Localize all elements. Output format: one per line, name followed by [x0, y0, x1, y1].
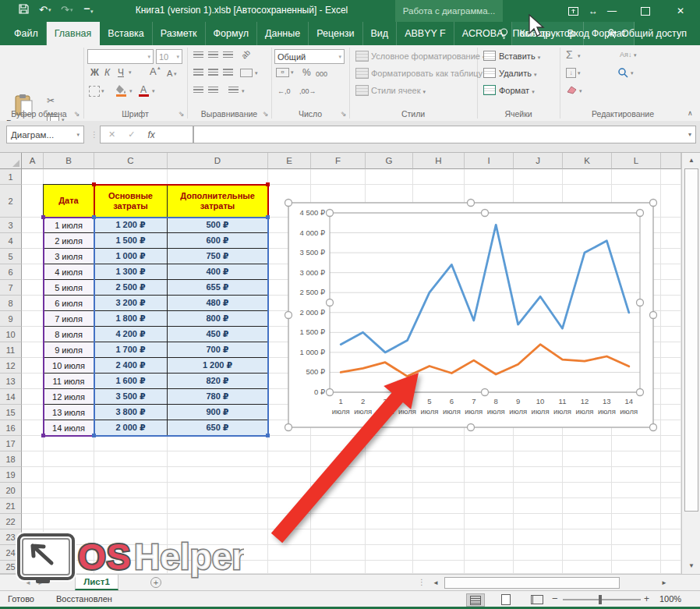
orientation-button[interactable]: ab	[239, 48, 253, 62]
column-header-F[interactable]: F	[311, 153, 366, 169]
sign-in-button[interactable]: Вход	[559, 22, 598, 45]
cell-extra-row14[interactable]: 650 ₽	[168, 420, 268, 436]
formula-input[interactable]: ▾	[193, 126, 696, 143]
row-header-14[interactable]: 14	[0, 389, 22, 405]
alignment-dialog-launcher[interactable]: ⇘	[263, 110, 269, 118]
tab-вставка[interactable]: Вставка	[100, 22, 152, 45]
enter-icon[interactable]: ✓	[128, 129, 135, 140]
autosum-button[interactable]: Σ	[566, 49, 573, 60]
cell-date-row8[interactable]: 8 июля	[44, 327, 94, 342]
tabbar-splitter[interactable]: ⋮	[418, 578, 426, 586]
sheet-nav-right-arrow[interactable]: ►	[36, 579, 45, 586]
align-right-button[interactable]	[223, 69, 233, 76]
italic-button[interactable]: К	[104, 67, 110, 78]
column-header-C[interactable]: C	[94, 153, 168, 169]
cancel-icon[interactable]: ✕	[108, 129, 115, 140]
cell-date-row11[interactable]: 11 июля	[44, 374, 94, 389]
cell-main-row2[interactable]: 1 500 ₽	[94, 233, 168, 249]
fill-color-button[interactable]	[115, 84, 128, 97]
range-series-names-handle[interactable]	[92, 182, 96, 186]
cell-extra-row13[interactable]: 900 ₽	[168, 405, 268, 420]
row-header-25[interactable]: 25	[0, 561, 22, 574]
chart-area-selection-handle[interactable]	[285, 312, 292, 319]
column-header-J[interactable]: J	[514, 153, 563, 169]
row-header-7[interactable]: 7	[0, 280, 22, 296]
expand-formula-bar-arrow[interactable]: ▾	[688, 131, 691, 138]
cell-main-row8[interactable]: 4 200 ₽	[94, 327, 168, 342]
row-header-5[interactable]: 5	[0, 249, 22, 264]
cell-extra-row2[interactable]: 600 ₽	[168, 233, 268, 249]
row-header-2[interactable]: 2	[0, 185, 22, 218]
row-header-12[interactable]: 12	[0, 358, 22, 374]
cell-extra-row9[interactable]: 700 ₽	[168, 342, 268, 358]
wrap-text-button[interactable]	[228, 87, 239, 94]
vertical-scrollbar[interactable]: ▲ ▼	[681, 153, 700, 574]
row-header-9[interactable]: 9	[0, 311, 22, 327]
find-dropdown-arrow[interactable]: ▾	[631, 70, 634, 76]
column-header-H[interactable]: H	[413, 153, 465, 169]
cell-date-row13[interactable]: 13 июля	[44, 405, 94, 420]
sort-filter-button[interactable]: Ая↓ ▾	[620, 51, 636, 58]
tab-разметк[interactable]: Разметк	[153, 22, 206, 45]
row-header-17[interactable]: 17	[0, 436, 22, 451]
cell-main-row13[interactable]: 3 800 ₽	[94, 405, 168, 420]
cell-date-row14[interactable]: 14 июля	[44, 420, 94, 436]
cell-main-row7[interactable]: 1 800 ₽	[94, 311, 168, 327]
plot-area-selection-handle[interactable]	[327, 299, 334, 306]
cell-extra-row3[interactable]: 750 ₽	[168, 249, 268, 264]
row-header-22[interactable]: 22	[0, 514, 22, 529]
zoom-level[interactable]: 100%	[659, 594, 694, 604]
decrease-decimal-button[interactable]: ,00→	[299, 86, 316, 97]
cell-main-row5[interactable]: 2 500 ₽	[94, 280, 168, 296]
plot-area-selection-handle[interactable]	[482, 389, 489, 396]
range-values-handle[interactable]	[266, 215, 270, 219]
cell-styles-button[interactable]: Стили ячеек ▾	[371, 86, 426, 95]
underline-dropdown-arrow[interactable]: ▾	[129, 69, 132, 76]
hscroll-left-arrow[interactable]: ◄	[430, 577, 441, 589]
tab-главная[interactable]: Главная	[47, 22, 101, 45]
collapse-ribbon-button[interactable]: ∧	[688, 109, 693, 117]
cell-main-row4[interactable]: 1 300 ₽	[94, 264, 168, 280]
format-as-table-button[interactable]: Форматировать как таблицу ▾	[371, 69, 488, 78]
row-header-8[interactable]: 8	[0, 296, 22, 311]
cut-button[interactable]: ✂	[47, 95, 55, 106]
plot-area-selection-handle[interactable]	[637, 210, 644, 217]
align-middle-button[interactable]	[208, 51, 218, 58]
borders-button[interactable]	[89, 86, 100, 97]
zoom-slider-thumb[interactable]	[599, 595, 602, 604]
chart-area-selection-handle[interactable]	[650, 200, 657, 207]
cell-extra-row7[interactable]: 800 ₽	[168, 311, 268, 327]
range-series-names-handle[interactable]	[266, 182, 270, 186]
row-header-18[interactable]: 18	[0, 451, 22, 467]
column-header-L[interactable]: L	[612, 153, 661, 169]
plot-area-selection-handle[interactable]	[482, 210, 489, 217]
grow-font-button[interactable]: А	[150, 66, 157, 77]
align-bottom-button[interactable]	[223, 51, 233, 58]
cell-date-row5[interactable]: 5 июля	[44, 280, 94, 296]
cell-date-row7[interactable]: 7 июля	[44, 311, 94, 327]
cell-main-row9[interactable]: 1 700 ₽	[94, 342, 168, 358]
percent-style-button[interactable]: %	[302, 67, 311, 78]
format-cells-button[interactable]: Формат ▾	[499, 86, 535, 95]
sheet-tab-list1[interactable]: Лист1	[75, 575, 118, 590]
cell-date-row3[interactable]: 3 июля	[44, 249, 94, 264]
autosum-dropdown-arrow[interactable]: ▾	[578, 53, 581, 59]
borders-dropdown-arrow[interactable]: ▾	[101, 88, 104, 94]
row-header-10[interactable]: 10	[0, 327, 22, 342]
column-header-A[interactable]: A	[22, 153, 44, 169]
maximize-button[interactable]	[634, 0, 657, 22]
cell-date-row10[interactable]: 10 июля	[44, 358, 94, 374]
font-size-combo[interactable]: 10▾	[156, 49, 182, 64]
row-header-1[interactable]: 1	[0, 169, 22, 185]
tab-вид[interactable]: Вид	[363, 22, 398, 45]
insert-function-icon[interactable]: fx	[147, 129, 154, 140]
chart-area-selection-handle[interactable]	[285, 200, 292, 207]
status-recovered[interactable]: Восстановлен	[56, 594, 112, 604]
accounting-format-button[interactable]: ¤	[276, 68, 289, 77]
close-button[interactable]: ✕	[669, 0, 692, 22]
accounting-dropdown-arrow[interactable]: ▾	[291, 69, 294, 76]
fill-color-dropdown-arrow[interactable]: ▾	[129, 88, 133, 94]
tab-формул[interactable]: Формул	[206, 22, 257, 45]
range-values-handle[interactable]	[92, 215, 96, 219]
row-header-15[interactable]: 15	[0, 405, 22, 420]
